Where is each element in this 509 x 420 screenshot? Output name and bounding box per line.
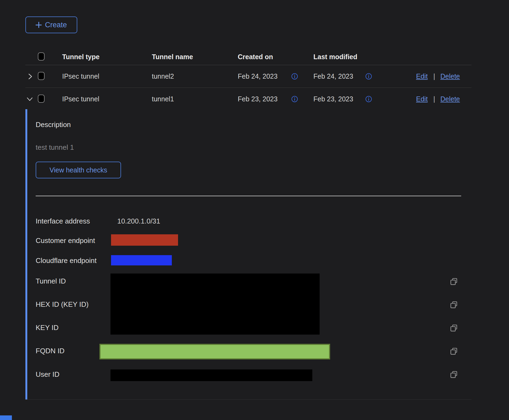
row-divider xyxy=(25,88,471,88)
delete-link-tunnel1[interactable]: Delete xyxy=(440,95,460,103)
user-id-label: User ID xyxy=(36,370,59,379)
description-value: test tunnel 1 xyxy=(36,143,74,152)
row-created-on: Feb 23, 2023 xyxy=(238,95,277,103)
interface-address-label: Interface address xyxy=(36,217,90,225)
create-button[interactable]: Create xyxy=(25,16,77,33)
bottom-edge-partial-element[interactable] xyxy=(0,415,12,420)
info-icon[interactable] xyxy=(365,73,372,80)
table-bottom-divider xyxy=(25,399,471,400)
header-created-on: Created on xyxy=(238,53,273,61)
copy-icon[interactable] xyxy=(450,323,458,332)
info-icon[interactable] xyxy=(365,96,372,102)
header-tunnel-name: Tunnel name xyxy=(152,53,193,61)
row-tunnel-type: IPsec tunnel xyxy=(62,72,99,80)
row-checkbox-tunnel1[interactable] xyxy=(38,95,45,103)
row-created-on: Feb 24, 2023 xyxy=(238,72,277,80)
user-id-redacted-value xyxy=(110,369,312,381)
row-tunnel-name: tunnel1 xyxy=(152,95,174,103)
customer-endpoint-redacted-value xyxy=(111,234,178,246)
description-label: Description xyxy=(36,121,71,129)
select-all-checkbox[interactable] xyxy=(38,52,45,61)
section-divider xyxy=(36,196,461,196)
header-divider xyxy=(25,65,471,65)
header-last-modified: Last modified xyxy=(313,53,357,61)
row-last-modified: Feb 23, 2023 xyxy=(313,95,353,103)
row-checkbox-tunnel2[interactable] xyxy=(38,72,45,80)
copy-icon[interactable] xyxy=(450,346,458,356)
fqdn-id-label: FQDN ID xyxy=(36,347,65,355)
row-tunnel-type: IPsec tunnel xyxy=(62,95,99,103)
copy-icon[interactable] xyxy=(450,300,458,309)
row-last-modified: Feb 24, 2023 xyxy=(313,72,353,80)
header-tunnel-type: Tunnel type xyxy=(62,53,99,61)
tunnel-id-label: Tunnel ID xyxy=(36,277,66,285)
create-button-label: Create xyxy=(45,21,67,29)
edit-link-tunnel2[interactable]: Edit xyxy=(416,72,428,80)
edit-link-tunnel1[interactable]: Edit xyxy=(416,95,428,103)
action-separator: | xyxy=(433,95,435,103)
action-separator: | xyxy=(433,72,435,80)
row-tunnel-name: tunnel2 xyxy=(152,72,174,80)
info-icon[interactable] xyxy=(291,96,298,102)
cloudflare-endpoint-redacted-value xyxy=(111,255,172,265)
delete-link-tunnel2[interactable]: Delete xyxy=(440,72,460,80)
customer-endpoint-label: Customer endpoint xyxy=(36,236,95,245)
cloudflare-endpoint-label: Cloudflare endpoint xyxy=(36,256,97,265)
ids-redacted-values xyxy=(110,274,320,335)
interface-address-value: 10.200.1.0/31 xyxy=(117,217,160,225)
fqdn-id-redacted-value xyxy=(99,344,330,359)
copy-icon[interactable] xyxy=(450,277,458,286)
view-health-checks-label: View health checks xyxy=(49,166,107,174)
view-health-checks-button[interactable]: View health checks xyxy=(36,162,121,178)
hex-id-label: HEX ID (KEY ID) xyxy=(36,300,89,309)
plus-icon xyxy=(36,22,42,28)
expanded-panel-accent-bar xyxy=(25,109,27,399)
chevron-down-icon[interactable] xyxy=(26,96,33,103)
chevron-right-icon[interactable] xyxy=(26,73,34,80)
info-icon[interactable] xyxy=(291,73,298,80)
copy-icon[interactable] xyxy=(450,370,458,379)
key-id-label: KEY ID xyxy=(36,324,59,332)
